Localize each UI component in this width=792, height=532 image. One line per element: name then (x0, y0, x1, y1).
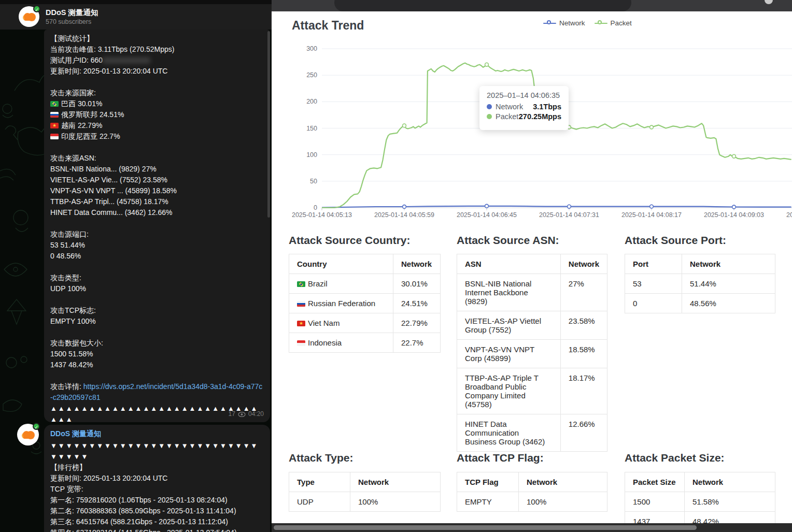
table-row: VNPT-AS-VN VNPT Corp (45899)18.58% (457, 340, 607, 368)
row-value: 51.44% (682, 274, 775, 294)
chat-header[interactable]: ✓ DDoS 测量通知 570 subscribers (0, 4, 272, 30)
row-label: 1500 (625, 492, 685, 512)
table-row: BSNL-NIB National Internet Backbone (982… (457, 274, 607, 311)
chart-tooltip: 2025–01–14 04:06:35 Network3.1TbpsPacket… (479, 86, 569, 130)
tcpflag-line: EMPTY 100% (50, 316, 264, 327)
pktsize-table: Packet SizeNetwork150051.58%143748.42% (625, 472, 775, 531)
svg-text:150: 150 (306, 125, 317, 132)
svg-text:200: 200 (306, 98, 317, 105)
row-value: 12.66% (560, 414, 607, 452)
table-row: VIETEL-AS-AP Viettel Group (7552)23.58% (457, 311, 607, 340)
row-label: Viet Nam (289, 313, 393, 333)
asn-line: BSNL-NIB Nationa... (9829) 27% (50, 164, 264, 175)
asn-line: TTBP-AS-AP Tripl... (45758) 18.17% (50, 196, 264, 207)
row-label: 53 (625, 274, 682, 294)
section-title-pktsize: Attack Packet Size: (625, 452, 725, 464)
column-header: Network (685, 472, 775, 492)
row-label: BSNL-NIB National Internet Backbone (982… (457, 274, 561, 311)
column-header: Network (519, 472, 607, 492)
table-row: 5351.44% (625, 274, 775, 294)
id-flag-icon (50, 134, 59, 139)
window-top-strip (0, 0, 272, 4)
channel-title: DDoS 测量通知 (46, 8, 98, 18)
sender-name[interactable]: DDoS 测量通知 (50, 428, 264, 439)
legend-item-network[interactable]: Network (543, 19, 585, 27)
type-table: TypeNetworkUDP100% (289, 472, 441, 512)
message-bubble-ranking: DDoS 测量通知 ▼▼▼▼▼▼▼▼▼▼▼▼▼▼▼▼▼▼▼▼▼▼▼▼▼▼▼▼▼▼… (44, 425, 270, 532)
row-value: 48.56% (682, 294, 775, 313)
cloudflare-cloud-icon (22, 11, 36, 22)
asn-line: HINET Data Commu... (3462) 12.66% (50, 207, 264, 218)
triangle-row-down: ▼▼▼▼▼▼▼▼▼▼▼▼▼▼▼▼▼▼▼▼▼▼▼▼▼▼▼▼▼▼▼▼ (50, 440, 264, 462)
tooltip-row-packet: Packet270.25Mpps (487, 112, 561, 121)
browser-top-bar (272, 0, 792, 11)
asn-table: ASNNetworkBSNL-NIB National Internet Bac… (457, 254, 607, 452)
telegram-panel: ✓ DDoS 测量通知 570 subscribers 【测试统计】 当前攻击峰… (0, 0, 272, 532)
ru-flag-icon (297, 301, 305, 307)
chart-canvas: 0501001502002503002025-01-14 04:05:13202… (272, 44, 792, 223)
line-series-icon (543, 20, 556, 26)
ru-flag-icon (50, 112, 59, 118)
series-name: Network (496, 103, 523, 111)
url-bar[interactable] (334, 0, 631, 11)
column-header: Network (560, 254, 607, 274)
updated-time: 更新时间: 2025-01-13 20:20:04 UTC (50, 473, 264, 484)
table-row: 150051.58% (625, 492, 775, 512)
row-label: Brazil (289, 274, 393, 294)
row-value: 51.58% (685, 492, 775, 512)
row-label: VNPT-AS-VN VNPT Corp (45899) (457, 340, 561, 368)
legend-item-packet[interactable]: Packet (595, 19, 632, 27)
svg-text:2025-01-14 04:09:49: 2025-01-14 04:09:49 (786, 211, 792, 219)
legend-label: Network (559, 19, 585, 27)
scrollbar-thumb[interactable] (274, 525, 697, 530)
tcp-bandwidth-header: TCP 宽带: (50, 484, 264, 495)
pktsize-list: 1500 51.58%1437 48.42% (50, 349, 264, 370)
attack-trend-chart[interactable]: 0501001502002503002025-01-14 04:05:13202… (272, 44, 792, 223)
row-label: HINET Data Communication Business Group … (457, 414, 561, 452)
redacted-id (103, 57, 150, 64)
type-header: 攻击类型: (50, 272, 264, 283)
table-header-row: Packet SizeNetwork (625, 472, 775, 492)
table-row: EMPTY100% (457, 492, 607, 512)
row-label: VIETEL-AS-AP Viettel Group (7552) (457, 311, 561, 340)
rank-line: 第三名: 64515764 (588.21Gbps - 2025-01-13 1… (50, 516, 264, 527)
table-header-row: TCP FlagNetwork (457, 472, 607, 492)
column-header: Network (393, 254, 441, 274)
message-text: DDoS 测量通知 ▼▼▼▼▼▼▼▼▼▼▼▼▼▼▼▼▼▼▼▼▼▼▼▼▼▼▼▼▼▼… (44, 425, 270, 532)
section-title-country: Attack Source Country: (289, 234, 411, 247)
updated-time: 更新时间: 2025-01-13 20:20:04 UTC (50, 66, 264, 77)
country-line: 印度尼西亚 22.7% (50, 131, 264, 142)
table-header-row: PortNetwork (625, 254, 775, 274)
chat-scrollbar[interactable] (267, 31, 270, 218)
tooltip-timestamp: 2025–01–14 04:06:35 (487, 91, 561, 99)
column-header: Packet Size (625, 472, 685, 492)
row-value: 22.7% (393, 333, 441, 353)
dashboard-panel: Attack Trend NetworkPacket 0501001502002… (272, 0, 792, 532)
channel-avatar-small[interactable]: ✓ (17, 424, 39, 445)
row-value: 18.58% (560, 340, 607, 368)
browser-extension-icon[interactable] (765, 0, 773, 4)
country-line: 巴西 30.01% (50, 98, 264, 109)
row-value: 24.51% (393, 294, 441, 313)
country-header: 攻击来源国家: (50, 88, 264, 98)
horizontal-scrollbar[interactable] (272, 523, 792, 532)
port-header: 攻击源端口: (50, 229, 264, 240)
row-value: 30.01% (393, 274, 441, 294)
series-name: Packet (496, 112, 518, 121)
table-row: 048.56% (625, 294, 775, 313)
attack-detail: 攻击详情: https://dvs.ops2.net/incident/5d1a… (50, 381, 264, 403)
table-header-row: ASNNetwork (457, 254, 607, 274)
legend-label: Packet (611, 19, 632, 27)
svg-text:50: 50 (310, 178, 317, 185)
screen: ✓ DDoS 测量通知 570 subscribers 【测试统计】 当前攻击峰… (0, 0, 792, 532)
channel-avatar[interactable]: ✓ (19, 6, 39, 27)
column-header: ASN (457, 254, 561, 274)
svg-text:2025-01-14 04:05:59: 2025-01-14 04:05:59 (374, 211, 434, 219)
pktsize-line: 1437 48.42% (50, 360, 264, 370)
tooltip-row-network: Network3.1Tbps (487, 103, 561, 111)
table-row: UDP100% (289, 492, 441, 512)
rank-line: 第一名: 7592816020 (1.06Tbps - 2025-01-13 0… (50, 495, 264, 506)
attack-peak: 当前攻击峰值: 3.11Tbps (270.52Mpps) (50, 44, 264, 55)
message-meta: 17 04:20 (229, 409, 264, 420)
series-dot-icon (487, 104, 492, 109)
